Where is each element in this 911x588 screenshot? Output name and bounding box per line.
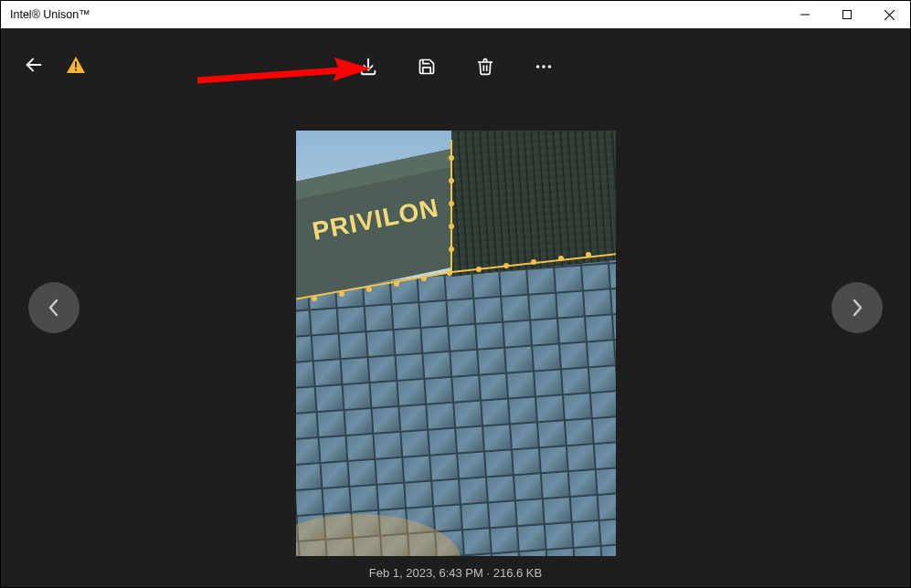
svg-point-33: [422, 277, 426, 280]
svg-point-44: [450, 156, 453, 160]
warning-icon[interactable]: [56, 45, 96, 85]
svg-point-11: [535, 65, 539, 68]
svg-point-36: [504, 264, 508, 268]
svg-point-37: [532, 260, 535, 264]
svg-point-32: [395, 282, 398, 286]
download-button[interactable]: [355, 54, 381, 79]
window-title: Intel® Unison™: [10, 8, 90, 21]
svg-point-12: [542, 65, 546, 68]
svg-rect-6: [75, 61, 77, 67]
svg-point-40: [450, 247, 453, 251]
svg-point-35: [477, 268, 481, 271]
svg-point-43: [450, 179, 453, 183]
back-button[interactable]: [14, 45, 54, 85]
save-button[interactable]: [414, 54, 440, 79]
svg-rect-1: [843, 11, 852, 19]
maximize-button[interactable]: [826, 1, 868, 28]
center-actions: [355, 54, 556, 79]
viewer-toolbar: [1, 28, 910, 101]
svg-point-13: [547, 65, 551, 68]
next-button[interactable]: [832, 282, 883, 333]
photo-display: PRIVILON: [296, 131, 616, 556]
delete-button[interactable]: [472, 54, 498, 79]
svg-rect-7: [75, 69, 77, 71]
photo-viewer: PRIVILON Feb 1, 2023, 6:43 PM · 216.6 KB: [1, 28, 910, 587]
svg-point-39: [587, 253, 590, 257]
window-titlebar: Intel® Unison™: [1, 1, 910, 28]
svg-point-42: [450, 202, 453, 205]
svg-point-31: [367, 288, 371, 291]
svg-point-29: [312, 297, 316, 300]
photo-info-text: Feb 1, 2023, 6:43 PM · 216.6 KB: [369, 566, 542, 580]
svg-point-30: [340, 292, 344, 296]
previous-button[interactable]: [28, 282, 79, 333]
svg-point-41: [450, 225, 453, 228]
svg-point-38: [559, 257, 563, 260]
more-button[interactable]: [531, 54, 556, 79]
close-button[interactable]: [868, 1, 910, 28]
photo-info: Feb 1, 2023, 6:43 PM · 216.6 KB: [1, 566, 910, 580]
svg-point-34: [448, 271, 451, 275]
minimize-button[interactable]: [784, 1, 826, 28]
